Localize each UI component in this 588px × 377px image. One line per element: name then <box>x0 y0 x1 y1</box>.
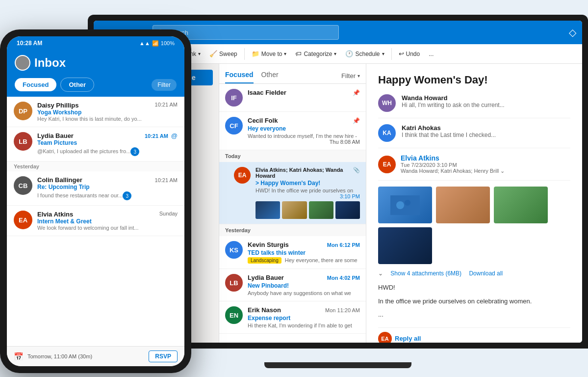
attachment-thumb-3[interactable] <box>494 187 548 223</box>
calendar-icon: 📅 <box>14 352 24 361</box>
thumb1 <box>256 201 280 219</box>
attachment-thumb-1[interactable] <box>378 187 432 223</box>
sender-info-wanda: Wanda Howard Hi all, I'm writing to ask … <box>402 94 570 108</box>
phone-preview-lydia: @Katri, I uploaded all the pictures fro.… <box>37 148 130 154</box>
phone-footer: 📅 Tomorrow, 11:00 AM (30m) RSVP <box>7 346 184 366</box>
pin-icon-cecil: 📌 <box>353 117 360 124</box>
sender-preview-katri: I think that the Last time I checked... <box>402 132 570 138</box>
email-items: IF Isaac Fielder 📌 CF <box>219 84 366 343</box>
tab-other[interactable]: Other <box>261 68 279 83</box>
email-item-kevin[interactable]: KS Kevin Sturgis Mon 6:12 PM TED talks t… <box>219 236 366 269</box>
sweep-button[interactable]: 🧹 Sweep <box>205 48 241 59</box>
subject-lydia: New Pinboard! <box>248 282 360 289</box>
email-to-elvia: Wanda Howard; Katri Ahokas; Henry Brill … <box>401 168 505 174</box>
signal-icon: 📶 <box>152 40 159 47</box>
scene: ⊞ Outlook 🔍 Search ◇ 🗑 Delete 📥 <box>0 0 588 377</box>
tab-group: Focused Other <box>225 68 279 83</box>
toolbar-separator-2 <box>391 48 392 60</box>
phone-subject-elvia: Intern Meet & Greet <box>37 218 178 225</box>
time-cecil: Thu 8:08 AM <box>248 139 360 145</box>
phone-time-lydia: 10:21 AM <box>145 133 168 139</box>
avatar-katri: KA <box>378 124 396 142</box>
attachment-thumb-4[interactable] <box>378 227 432 264</box>
preview-kevin: Landscaping Hey everyone, there are some <box>248 257 360 264</box>
phone-sender-colin: Colin Ballinger <box>37 176 82 184</box>
undo-icon: ↩ <box>399 50 404 57</box>
phone-icons: ▲▲ 📶 100% <box>139 40 175 47</box>
schedule-button[interactable]: 🕐 Schedule ▾ <box>341 48 388 59</box>
email-item-isaac[interactable]: IF Isaac Fielder 📌 <box>219 84 366 112</box>
phone-time-daisy: 10:21 AM <box>155 102 178 109</box>
avatar-lydia: LB <box>225 274 243 292</box>
phone-email-elvia[interactable]: EA Elvia Atkins Sunday Intern Meet & Gre… <box>7 206 184 236</box>
body-line-2: In the office we pride ourselves on cele… <box>378 296 570 306</box>
phone-email-colin[interactable]: CB Colin Ballinger 10:21 AM Re: Upcoming… <box>7 171 184 206</box>
phone-preview-daisy: Hey Katri, I know this is last minute, d… <box>37 116 150 122</box>
email-item-cecil[interactable]: CF Cecil Folk 📌 Hey everyone Wanted to i… <box>219 112 366 150</box>
phone-tab-other[interactable]: Other <box>60 78 94 92</box>
reply-all-button[interactable]: EA Reply all <box>378 327 570 343</box>
pin-icon-isaac: 📌 <box>353 89 360 96</box>
thumb3 <box>309 201 333 219</box>
more-button[interactable]: ... <box>425 49 437 59</box>
moveto-button[interactable]: 📁 Move to ▾ <box>248 48 291 59</box>
time-erik: Mon 11:20 AM <box>325 307 360 313</box>
phone-preview-elvia: We look forward to welcoming our fall in… <box>37 225 150 231</box>
email-header-kevin: Kevin Sturgis Mon 6:12 PM <box>248 241 360 248</box>
undo-button[interactable]: ↩ Undo <box>395 48 424 59</box>
attachment-thumb-2[interactable] <box>436 187 490 223</box>
badge-colin: 3 <box>123 191 131 200</box>
chip-landscaping: Landscaping <box>248 257 281 264</box>
phone-email-daisy[interactable]: DP Daisy Phillips 10:21 AM Yoga Workshop… <box>7 97 184 127</box>
phone-statusbar: 10:28 AM ▲▲ 📶 100% <box>7 36 184 50</box>
email-content-elvia: Elvia Atkins; Katri Ahokas; Wanda Howard… <box>256 167 360 219</box>
rsvp-button[interactable]: RSVP <box>149 350 178 362</box>
phone-time-colin: 10:21 AM <box>155 177 178 183</box>
phone-time: 10:28 AM <box>17 40 42 47</box>
email-message-title: Happy Women's Day! <box>378 74 570 86</box>
avatar-elvia: EA <box>234 167 251 184</box>
attach-icon: 📎 <box>353 167 360 173</box>
email-item-erik[interactable]: EN Erik Nason Mon 11:20 AM Expense repor… <box>219 301 366 334</box>
phone-subject-daisy: Yoga Workshop <box>37 109 178 116</box>
sweep-icon: 🧹 <box>209 50 217 57</box>
attachments-row <box>378 187 570 264</box>
section-today: Today <box>219 150 366 162</box>
phone-tab-focused[interactable]: Focused <box>15 78 56 91</box>
sender-isaac: Isaac Fielder <box>248 89 286 96</box>
phone-sender-elvia: Elvia Atkins <box>37 211 73 218</box>
msg-row-elvia-expanded: EA Elvia Atkins Tue 7/23/2020 3:10 PM Wa… <box>378 154 570 181</box>
avatar-kevin: KS <box>225 241 243 259</box>
phone-user-avatar[interactable] <box>15 55 30 71</box>
sender-name-katri: Katri Ahokas <box>402 124 570 132</box>
sender-name-elvia-reading: Elvia Atkins <box>401 154 439 162</box>
phone-filter-button[interactable]: Filter <box>152 79 177 91</box>
at-icon: @ <box>171 132 178 139</box>
email-item-lydia[interactable]: LB Lydia Bauer Mon 4:02 PM New Pinboard!… <box>219 269 366 301</box>
filter-button[interactable]: Filter ▾ <box>341 72 360 80</box>
avatar-isaac: IF <box>225 89 243 107</box>
wifi-icon: ▲▲ <box>139 40 150 46</box>
sender-erik: Erik Nason <box>248 306 281 314</box>
time-kevin: Mon 6:12 PM <box>327 242 360 248</box>
phone-body-elvia: Elvia Atkins Sunday Intern Meet & Greet … <box>37 211 178 231</box>
email-header-elvia: Elvia Atkins; Katri Ahokas; Wanda Howard… <box>256 167 360 179</box>
phone-avatar-lydia: LB <box>14 132 32 151</box>
badge-lydia: 3 <box>130 147 139 156</box>
categorize-button[interactable]: 🏷 Categorize ▾ <box>291 48 340 59</box>
thumb4 <box>335 201 360 219</box>
svg-rect-0 <box>390 195 420 215</box>
email-item-elvia[interactable]: EA Elvia Atkins; Katri Ahokas; Wanda How… <box>219 162 366 224</box>
message-body: HWD! In the office we pride ourselves on… <box>378 283 570 320</box>
phone-avatar-elvia: EA <box>14 211 32 229</box>
phone-inbox-title: Inbox <box>34 56 66 70</box>
phone-body-lydia: Lydia Bauer 10:21 AM @ Team Pictures @Ka… <box>37 132 178 156</box>
section-yesterday: Yesterday <box>219 224 366 236</box>
phone-email-lydia[interactable]: LB Lydia Bauer 10:21 AM @ Team Pictures … <box>7 127 184 162</box>
thumb2 <box>282 201 307 219</box>
preview-cecil: Wanted to introduce myself, I'm the new … <box>248 133 360 139</box>
tab-focused[interactable]: Focused <box>225 68 254 83</box>
sender-elvia: Elvia Atkins; Katri Ahokas; Wanda Howard <box>256 167 353 179</box>
msg-row-wanda: WH Wanda Howard Hi all, I'm writing to a… <box>378 94 570 118</box>
phone-time-elvia: Sunday <box>159 211 178 218</box>
